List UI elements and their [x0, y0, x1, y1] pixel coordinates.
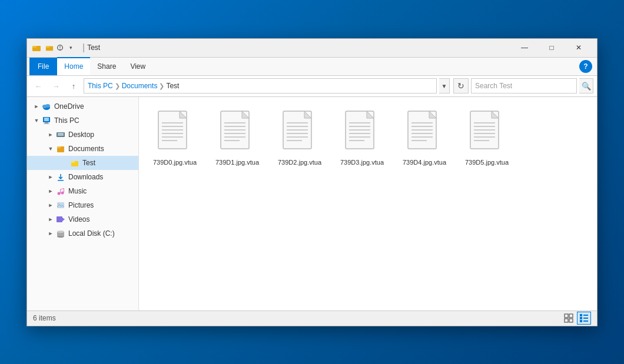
view-list-button[interactable] [577, 312, 591, 325]
breadcrumb-sep2: ❯ [159, 82, 164, 90]
documents-icon [55, 143, 66, 154]
svg-rect-11 [44, 118, 49, 121]
svg-rect-17 [57, 146, 61, 148]
refresh-button[interactable]: ↻ [453, 78, 469, 93]
qab-icon1[interactable] [45, 43, 54, 52]
file-icon-2 [278, 109, 321, 156]
file-item-0[interactable]: 739D0.jpg.vtua [148, 106, 201, 169]
file-item-4[interactable]: 739D4.jpg.vtua [398, 106, 451, 169]
sidebar-item-pictures[interactable]: ► Pictures [27, 198, 138, 212]
close-button[interactable]: ✕ [565, 38, 592, 57]
sidebar-label-music: Music [68, 187, 87, 195]
svg-rect-86 [580, 320, 582, 322]
expand-arrow-thispc[interactable]: ▼ [32, 116, 41, 125]
onedrive-icon [41, 101, 52, 112]
file-icon-5 [466, 109, 508, 156]
expand-arrow-pictures[interactable]: ► [46, 201, 55, 210]
sidebar-label-localdisk: Local Disk (C:) [68, 229, 115, 238]
sidebar-item-thispc[interactable]: ▼ This PC [27, 113, 138, 128]
search-button[interactable]: 🔍 [579, 78, 593, 93]
tab-home[interactable]: Home [57, 57, 90, 75]
file-name-4: 739D4.jpg.vtua [403, 158, 446, 166]
svg-rect-20 [58, 180, 64, 181]
sidebar-item-downloads[interactable]: ► Downloads [27, 170, 138, 184]
tab-file[interactable]: File [29, 58, 57, 75]
expand-arrow-localdisk[interactable]: ► [46, 229, 55, 238]
expand-arrow-music[interactable]: ► [46, 186, 55, 196]
view-toggles [562, 312, 591, 325]
sidebar-item-onedrive[interactable]: ► OneDrive [27, 99, 138, 113]
svg-rect-85 [583, 318, 588, 319]
sidebar-label-documents: Documents [68, 145, 104, 153]
breadcrumb-documents[interactable]: Documents [122, 82, 158, 90]
sidebar-item-localdisk[interactable]: ► Local Disk (C:) [27, 226, 138, 241]
file-icon-3 [341, 109, 383, 156]
ribbon-tabs: File Home Share View ? [27, 58, 597, 75]
file-item-3[interactable]: 739D3.jpg.vtua [336, 106, 389, 169]
qab-properties[interactable] [55, 43, 65, 52]
maximize-button[interactable]: □ [538, 38, 565, 57]
file-area: 739D0.jpg.vtua 739D1.jpg.vtua [139, 97, 597, 310]
file-icon-0 [154, 109, 196, 156]
title-bar: ▾ | Test — □ ✕ [27, 39, 597, 58]
folder-title-icon [32, 43, 41, 52]
svg-point-21 [58, 192, 61, 195]
sidebar-item-documents[interactable]: ▼ Documents [27, 142, 138, 156]
help-button[interactable]: ? [579, 60, 592, 73]
svg-rect-81 [569, 319, 573, 322]
ribbon-help: ? [579, 58, 595, 75]
test-folder-icon [69, 158, 80, 168]
expand-arrow-documents[interactable]: ▼ [46, 144, 55, 153]
window-controls: — □ ✕ [511, 38, 592, 57]
tab-view[interactable]: View [123, 58, 152, 75]
sidebar-label-pictures: Pictures [68, 201, 94, 209]
sidebar-label-onedrive: OneDrive [54, 102, 84, 111]
minimize-button[interactable]: — [511, 38, 538, 57]
svg-rect-83 [583, 315, 588, 316]
svg-rect-12 [45, 122, 48, 123]
address-dropdown-button[interactable]: ▼ [439, 78, 450, 93]
sidebar-label-videos: Videos [68, 215, 89, 223]
file-icon-1 [216, 109, 258, 156]
sidebar-item-desktop[interactable]: ► Desktop [27, 128, 138, 142]
file-item-5[interactable]: 739D5.jpg.vtua [460, 106, 513, 169]
pictures-icon [55, 200, 66, 211]
quick-access-toolbar: ▾ [45, 43, 75, 52]
svg-rect-87 [583, 320, 588, 322]
search-placeholder: Search Test [475, 82, 512, 90]
file-item-1[interactable]: 739D1.jpg.vtua [211, 106, 264, 169]
file-name-0: 739D0.jpg.vtua [153, 158, 197, 166]
expand-arrow-onedrive[interactable]: ► [32, 102, 41, 111]
window-title: Test [87, 44, 511, 52]
svg-rect-15 [58, 133, 64, 136]
sidebar-item-videos[interactable]: ► Videos [27, 212, 138, 226]
file-name-3: 739D3.jpg.vtua [340, 158, 384, 166]
item-count: 6 items [33, 314, 56, 322]
expand-arrow-downloads[interactable]: ► [46, 172, 55, 182]
qab-dropdown[interactable]: ▾ [66, 43, 75, 52]
svg-rect-19 [71, 161, 75, 163]
expand-arrow-videos[interactable]: ► [46, 215, 55, 224]
sidebar-item-test[interactable]: ► Test [27, 156, 138, 170]
sidebar-item-music[interactable]: ► Music [27, 184, 138, 198]
svg-rect-80 [565, 319, 568, 322]
view-grid-button[interactable] [562, 312, 576, 325]
expand-arrow-desktop[interactable]: ► [46, 130, 55, 139]
address-bar[interactable]: This PC ❯ Documents ❯ Test [84, 78, 437, 93]
breadcrumb-current: Test [166, 82, 179, 90]
sidebar-label-desktop: Desktop [68, 131, 94, 139]
tab-share[interactable]: Share [90, 58, 123, 75]
file-grid: 739D0.jpg.vtua 739D1.jpg.vtua [148, 106, 588, 169]
forward-button[interactable]: → [48, 78, 64, 93]
file-item-2[interactable]: 739D2.jpg.vtua [273, 106, 326, 169]
downloads-icon [55, 172, 66, 182]
back-button[interactable]: ← [31, 78, 46, 93]
explorer-window: ▾ | Test — □ ✕ File Home Share View ? ← … [26, 38, 598, 326]
svg-rect-23 [57, 202, 64, 208]
svg-point-29 [57, 231, 64, 233]
breadcrumb-thispc[interactable]: This PC [88, 82, 113, 90]
svg-point-22 [61, 191, 64, 194]
breadcrumb-sep1: ❯ [115, 82, 120, 90]
search-input[interactable]: Search Test [471, 78, 577, 93]
up-button[interactable]: ↑ [66, 78, 81, 93]
